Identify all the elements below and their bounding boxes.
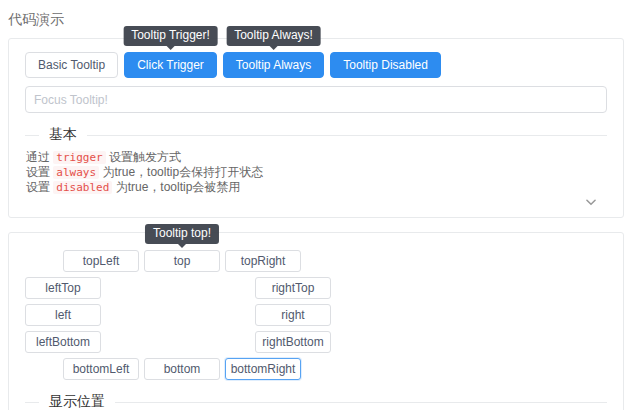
card-basic: Basic Tooltip Tooltip Trigger! Click Tri…: [8, 38, 624, 218]
click-trigger-wrap: Tooltip Trigger! Click Trigger: [124, 52, 217, 78]
trigger-button-row: Basic Tooltip Tooltip Trigger! Click Tri…: [25, 52, 607, 78]
section-divider-basic: 基本: [25, 126, 607, 144]
doc-text: 设置触发方式: [106, 150, 181, 164]
placement-row-bottom: bottomLeft bottom bottomRight: [25, 358, 331, 380]
code-trigger: trigger: [53, 151, 105, 164]
doc-text: 通过: [26, 150, 53, 164]
placement-button-rightbottom[interactable]: rightBottom: [255, 331, 331, 353]
placement-button-top[interactable]: top: [144, 250, 220, 272]
click-trigger-button[interactable]: Click Trigger: [124, 52, 217, 78]
tooltip-always-popup: Tooltip Always!: [226, 26, 321, 46]
tooltip-always-button[interactable]: Tooltip Always: [223, 52, 324, 78]
doc-line: 设置 disabled 为true，tooltip会被禁用: [25, 180, 607, 195]
doc-text: 设置: [26, 180, 53, 194]
placement-button-topleft[interactable]: topLeft: [63, 250, 139, 272]
tooltip-always-wrap: Tooltip Always! Tooltip Always: [223, 52, 324, 78]
tooltip-top-popup: Tooltip top!: [145, 224, 219, 244]
placement-button-lefttop[interactable]: leftTop: [25, 277, 101, 299]
basic-tooltip-button[interactable]: Basic Tooltip: [25, 52, 118, 78]
tooltip-trigger-popup: Tooltip Trigger!: [123, 26, 218, 46]
placement-button-right[interactable]: right: [255, 304, 331, 326]
placement-button-bottom[interactable]: bottom: [144, 358, 220, 380]
section-title-basic: 基本: [39, 126, 87, 144]
chevron-down-icon: [584, 195, 598, 209]
placement-button-bottomleft[interactable]: bottomLeft: [63, 358, 139, 380]
placement-row-top: topLeft Tooltip top! top topRight: [25, 250, 331, 272]
card-placement: topLeft Tooltip top! top topRight leftTo…: [8, 232, 624, 410]
placement-row-2: left right: [25, 304, 331, 326]
placement-grid: topLeft Tooltip top! top topRight leftTo…: [25, 250, 331, 380]
doc-text: 为true，tooltip会被禁用: [112, 180, 240, 194]
focus-tooltip-input[interactable]: [25, 86, 607, 113]
section-divider-placement: 显示位置: [25, 393, 607, 410]
doc-text: 为true，tooltip会保持打开状态: [99, 165, 263, 179]
section-title-placement: 显示位置: [39, 393, 115, 410]
placement-row-3: leftBottom rightBottom: [25, 331, 331, 353]
doc-line: 设置 always 为true，tooltip会保持打开状态: [25, 165, 607, 180]
placement-button-righttop[interactable]: rightTop: [255, 277, 331, 299]
expand-code-button[interactable]: [583, 195, 599, 209]
placement-button-bottomright[interactable]: bottomRight: [225, 358, 301, 380]
doc-text: 设置: [26, 165, 53, 179]
code-disabled: disabled: [53, 181, 112, 194]
placement-button-topright[interactable]: topRight: [225, 250, 301, 272]
code-always: always: [53, 166, 99, 179]
top-button-wrap: Tooltip top! top: [144, 250, 220, 272]
placement-button-left[interactable]: left: [25, 304, 101, 326]
tooltip-disabled-button[interactable]: Tooltip Disabled: [330, 52, 441, 78]
placement-button-leftbottom[interactable]: leftBottom: [25, 331, 101, 353]
placement-row-1: leftTop rightTop: [25, 277, 331, 299]
doc-line: 通过 trigger 设置触发方式: [25, 150, 607, 165]
